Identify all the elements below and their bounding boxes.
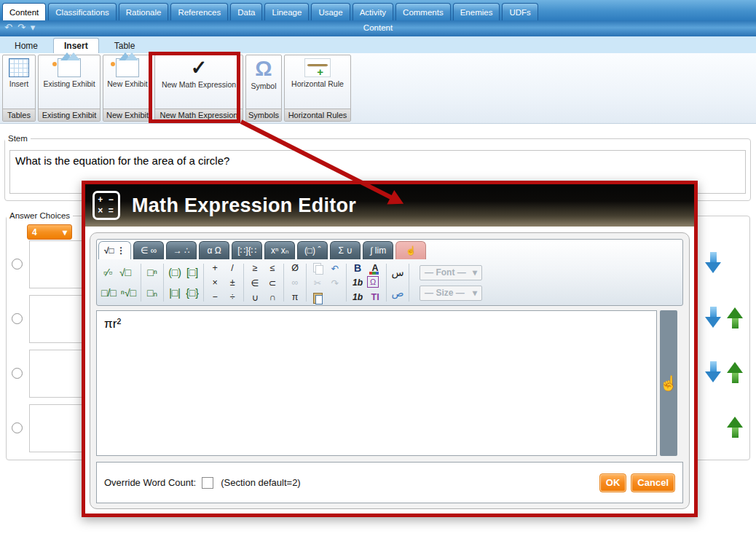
plus-button[interactable]: + [207, 261, 223, 275]
minus-button[interactable]: − [207, 291, 223, 304]
undo-button[interactable]: ↶ [327, 261, 343, 275]
copy-button[interactable] [310, 261, 326, 275]
ribbon-tab-insert[interactable]: Insert [53, 38, 99, 53]
mathtab-integrals-limits[interactable]: ∫ lim [363, 241, 393, 259]
mathtab-sets-infinity[interactable]: ∈ ∞ [133, 241, 164, 259]
cancel-button[interactable]: Cancel [631, 473, 675, 492]
group-existing-exhibit: Existing Exhibit Existing Exhibit [38, 55, 101, 122]
tab-enemies[interactable]: Enemies [453, 3, 500, 20]
tab-activity[interactable]: Activity [353, 3, 393, 20]
ok-button[interactable]: OK [599, 473, 627, 492]
text-mode-button[interactable]: TI [367, 291, 383, 304]
pi-button[interactable]: π [287, 291, 303, 304]
braces-button[interactable]: {□} [184, 283, 200, 303]
move-down-arrow[interactable] [705, 307, 721, 328]
horizontal-rule-icon: + [304, 58, 331, 77]
move-down-arrow[interactable] [705, 361, 721, 383]
plus-minus-button[interactable]: ± [224, 276, 240, 290]
mathtab-sums-unions[interactable]: Σ ∪ [330, 241, 361, 259]
expression-input[interactable]: πr² [96, 310, 657, 456]
union-button[interactable]: ∪ [247, 291, 263, 304]
mathtab-greek-letters[interactable]: α Ω [199, 241, 229, 259]
times-button[interactable]: × [207, 276, 223, 290]
paste-button[interactable] [310, 291, 326, 304]
section-default-note: (Section default=2) [221, 477, 300, 488]
group-label-horizontal-rules: Horizontal Rules [285, 109, 350, 121]
tab-lineage[interactable]: Lineage [264, 3, 309, 20]
chevron-down-icon: ▾ [473, 267, 477, 278]
slanted-fraction-button[interactable]: □/□ [100, 283, 118, 303]
answer-choices-label: Answer Choices [7, 211, 73, 220]
parentheses-button[interactable]: (□) [167, 263, 183, 283]
mathtab-arrows-dots[interactable]: → ∴ [166, 241, 197, 259]
answer-count-dropdown[interactable]: 4 ▾ [27, 224, 72, 240]
less-equal-button[interactable]: ≤ [264, 261, 280, 275]
override-word-count-checkbox[interactable] [202, 477, 213, 489]
answer-radio[interactable] [12, 368, 23, 379]
bold-button[interactable]: B [350, 261, 366, 275]
mathtab-gesture[interactable]: ☝ [395, 241, 426, 259]
ribbon-tab-home[interactable]: Home [4, 38, 48, 53]
group-label-tables: Tables [3, 109, 35, 121]
tab-comments[interactable]: Comments [395, 3, 451, 20]
table-icon [9, 58, 29, 77]
group-horizontal-rules: + Horizontal Rule Horizontal Rules [284, 55, 351, 122]
fraction-button[interactable]: ▫⁄▫ [100, 263, 116, 283]
dialog-title: Math Expression Editor [132, 194, 356, 217]
insert-table-button[interactable]: Insert [3, 55, 35, 109]
move-down-arrow[interactable] [705, 252, 721, 274]
tab-classifications[interactable]: Classifications [48, 3, 117, 20]
number-style-button[interactable]: 1b [350, 291, 366, 304]
answer-radio[interactable] [12, 422, 23, 433]
tab-content[interactable]: Content [2, 3, 46, 20]
tab-rationale[interactable]: Rationale [119, 3, 169, 20]
empty-set-button[interactable]: Ø [287, 261, 303, 275]
font-dropdown[interactable]: — Font — ▾ [420, 265, 482, 280]
element-of-button[interactable]: ∈ [247, 276, 263, 290]
size-dropdown[interactable]: — Size — ▾ [420, 286, 482, 301]
answer-radio[interactable] [12, 313, 23, 324]
intersection-button[interactable]: ∩ [264, 291, 280, 304]
divide-button[interactable]: ÷ [224, 291, 240, 304]
mathtab-roots-fractions[interactable]: √□ ⋮ [98, 241, 131, 259]
stem-label: Stem [5, 134, 31, 143]
font-color-button[interactable]: A [367, 261, 383, 275]
dialog-header: + −× = Math Expression Editor [85, 184, 694, 227]
nth-root-button[interactable]: ⁿ√□ [119, 283, 138, 303]
tab-references[interactable]: References [170, 3, 228, 20]
arabic-expression-button[interactable]: ص [390, 283, 406, 303]
slash-button[interactable]: / [224, 261, 240, 275]
superscript-button[interactable]: □ⁿ [144, 263, 160, 283]
horizontal-rule-button[interactable]: + Horizontal Rule [285, 55, 350, 109]
sqrt-button[interactable]: √□ [117, 263, 133, 283]
arabic-root-button[interactable]: س [390, 263, 406, 283]
group-label-symbols: Symbols [246, 109, 281, 121]
redo-button[interactable]: ↷ [327, 276, 343, 290]
tab-usage[interactable]: Usage [311, 3, 350, 20]
symbol-button[interactable]: Ω Symbol [246, 55, 281, 109]
tab-data[interactable]: Data [230, 3, 262, 20]
move-up-arrow[interactable] [727, 307, 743, 328]
mathtab-delimiters-accents[interactable]: (□) ˆ [297, 241, 328, 259]
tab-udfs[interactable]: UDFs [502, 3, 538, 20]
infinity-button[interactable]: ∞ [287, 276, 303, 290]
greater-equal-button[interactable]: ≥ [247, 261, 263, 275]
mathtab-matrices[interactable]: [∷]{∷ [232, 241, 262, 259]
existing-exhibit-button[interactable]: Existing Exhibit [39, 55, 100, 109]
new-exhibit-button[interactable]: New Exhibit [103, 55, 151, 109]
mathtab-scripts[interactable]: xⁿ xₙ [264, 241, 295, 259]
new-math-expression-button[interactable]: ✓ New Math Expression [155, 55, 243, 109]
symbol-picker-button[interactable]: Ω [367, 276, 379, 288]
move-up-arrow[interactable] [727, 416, 743, 438]
ribbon-tab-table[interactable]: Table [104, 38, 146, 53]
image-icon [58, 58, 81, 77]
brackets-button[interactable]: [□] [184, 263, 200, 283]
move-up-arrow[interactable] [727, 361, 743, 383]
subset-button[interactable]: ⊂ [264, 276, 280, 290]
answer-radio[interactable] [12, 259, 23, 270]
resize-drag-handle[interactable]: ☝ [660, 310, 677, 456]
absolute-value-button[interactable]: |□| [167, 283, 183, 303]
italic-number-button[interactable]: 1b [350, 276, 366, 290]
cut-button[interactable]: ✂ [310, 276, 326, 290]
subscript-button[interactable]: □ₙ [144, 283, 160, 303]
